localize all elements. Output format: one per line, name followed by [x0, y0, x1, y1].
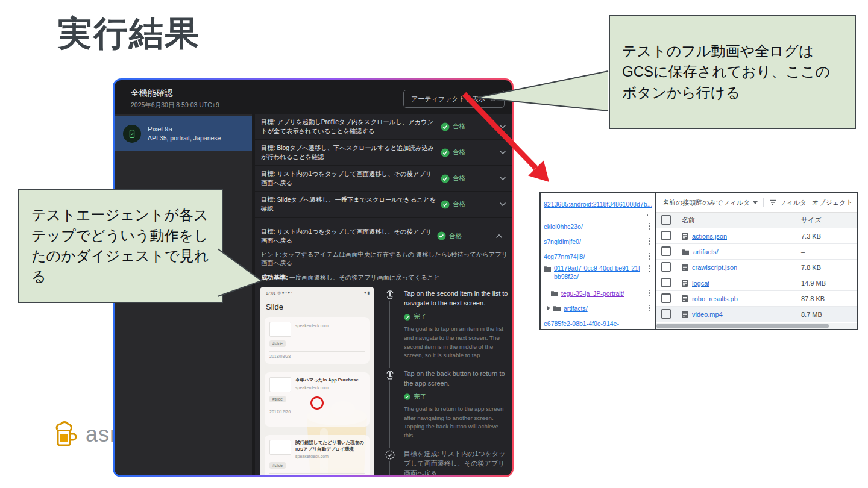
scrollbar-thumb[interactable] — [656, 324, 829, 328]
tree-link[interactable]: 01179ad7-0cc9-40cd-be91-21fbb98f2a/ — [554, 264, 644, 281]
tree-link[interactable]: eklol0hhc23o/ — [544, 223, 583, 230]
table-row: logcat 14.9 MB — [656, 275, 857, 291]
step-detail: The goal is to return to the app screen … — [404, 405, 508, 440]
show-artifacts-label: アーティファクトを表示 — [411, 95, 485, 104]
done-check-icon — [404, 393, 410, 400]
show-artifacts-button[interactable]: アーティファクトを表示 — [403, 90, 505, 108]
phone-status-bar: 17:01 ◎ ● ▫ ▾ · ▾ ▮ — [266, 290, 370, 295]
chevron-up-icon[interactable] — [492, 234, 506, 239]
table-row: actions.json 7.3 KB — [656, 228, 857, 244]
more-options-icon[interactable] — [647, 252, 653, 261]
horizontal-scrollbar[interactable] — [656, 323, 857, 329]
table-row: robo_results.pb 87.8 KB — [656, 291, 857, 307]
goal-row[interactable]: 目標:アプリを起動しProfileタブ内をスクロールし、アカウントが全て表示され… — [255, 114, 512, 139]
file-icon — [682, 233, 688, 240]
filter-prefix-dropdown[interactable]: 名前の接頭辞のみでフィルタ — [662, 198, 758, 207]
select-all-checkbox[interactable] — [661, 215, 671, 225]
step-title: Tap on the second item in the list to na… — [404, 289, 508, 308]
row-checkbox[interactable] — [661, 231, 671, 240]
tap-gesture-icon — [383, 288, 397, 301]
folder-icon — [551, 290, 558, 296]
status-badge: 合格 — [441, 174, 496, 183]
step-detail: The goal is to tap on an item in the lis… — [404, 325, 508, 360]
success-criteria-text: 一度画面遷移し、その後アプリ画面に戻ってくること — [289, 274, 440, 281]
brand-logo: asn — [52, 421, 122, 448]
callout-digest-note: テストエージェントが各ステップでどういう動作をしたのかダイジェストで見れる — [18, 189, 223, 303]
row-checkbox[interactable] — [661, 262, 671, 272]
tap-gesture-icon — [383, 368, 397, 381]
object-link[interactable]: artifacts/ — [693, 248, 719, 255]
tree-link[interactable]: 9213685:android:2118f34861008d7b... — [544, 201, 652, 208]
object-link[interactable]: logcat — [692, 280, 709, 287]
card-site: speakerdeck.com — [295, 324, 329, 328]
row-checkbox[interactable] — [661, 309, 671, 319]
chevron-down-icon[interactable] — [496, 150, 509, 155]
goal-text: Slideタブへ遷移し、一番下までスクロールできることを確認 — [261, 196, 436, 212]
red-arrow-head — [528, 161, 549, 182]
card-site: speakerdeck.com — [295, 454, 365, 458]
table-row: video.mp4 8.7 MB — [656, 307, 857, 322]
goal-row[interactable]: 目標:リスト内の1つをタップして画面遷移し、その後アプリ画面へ戻る 合格 — [255, 166, 512, 191]
table-row: crawlscript.json 7.8 KB — [656, 260, 857, 275]
status-label: 合格 — [453, 122, 465, 131]
filter-prefix-label: 名前の接頭辞のみでフィルタ — [662, 198, 750, 207]
tree-link[interactable]: artifacts/ — [564, 305, 588, 312]
device-screenshot: 17:01 ◎ ● ▫ ▾ · ▾ ▮ Slide speakerdeck.co… — [260, 287, 374, 475]
column-header-name: 名前 — [682, 216, 801, 225]
more-options-icon[interactable] — [647, 289, 653, 298]
card-title: 試行錯誤してたどり着いた現在のiOSアプリ自動デプロイ環境 — [295, 440, 365, 452]
row-checkbox[interactable] — [661, 246, 671, 256]
more-options-icon[interactable] — [647, 304, 653, 313]
test-suite-title: 全機能確認 — [131, 88, 173, 99]
folder-icon — [553, 305, 561, 311]
file-icon — [682, 280, 688, 287]
phone-screen-title: Slide — [266, 302, 283, 311]
goal-row[interactable]: 目標:Blogタブへ遷移し、下へスクロールすると追加読み込みが行われることを確認… — [255, 140, 512, 165]
more-options-icon[interactable] — [644, 211, 651, 219]
filter-button[interactable]: フィルタ — [769, 198, 807, 207]
tree-link[interactable]: tegu-35-ja_JP-portrait/ — [561, 290, 624, 297]
chevron-down-icon[interactable] — [496, 176, 509, 181]
success-criteria: 成功基準:一度画面遷移し、その後アプリ画面に戻ってくること — [261, 274, 508, 282]
status-badge: 合格 — [441, 148, 496, 157]
goal-row-expanded[interactable]: 目標:リスト内の1つをタップして画面遷移し、その後アプリ画面へ戻る 合格 — [261, 224, 508, 249]
done-check-icon — [404, 314, 410, 321]
card-tag: #slide — [269, 396, 286, 402]
goal-row[interactable]: 目標:Slideタブへ遷移し、一番下までスクロールできることを確認 合格 — [255, 192, 512, 217]
object-link[interactable]: robo_results.pb — [692, 295, 738, 302]
tree-link[interactable]: s7ngidlmjfe0/ — [544, 238, 581, 245]
timeline-step: Tap on the back button to return to the … — [383, 368, 508, 448]
tree-link[interactable]: e6785fe2-08b1-4f0e-914e- — [544, 320, 619, 327]
row-checkbox[interactable] — [661, 278, 671, 287]
object-link[interactable]: crawlscript.json — [692, 264, 737, 271]
timeline-step: Tap on the second item in the list to na… — [383, 288, 508, 368]
more-options-icon[interactable] — [647, 264, 653, 274]
tree-link[interactable]: 4cg77nm74jl8/ — [544, 253, 585, 260]
filter-list-icon — [769, 199, 776, 205]
status-badge: 合格 — [441, 200, 496, 209]
object-link[interactable]: video.mp4 — [692, 311, 723, 318]
chevron-down-icon[interactable] — [496, 124, 509, 129]
object-size: 87.8 KB — [801, 295, 857, 302]
object-link[interactable]: actions.json — [692, 233, 727, 240]
chevron-down-icon[interactable] — [496, 202, 509, 207]
expand-caret-icon[interactable] — [547, 306, 550, 310]
object-size: 7.8 KB — [801, 264, 857, 271]
status-label: 合格 — [453, 148, 465, 157]
sidebar-item-device[interactable]: Pixel 9a API 35, portrait, Japanese — [115, 116, 252, 151]
table-header-row: 名前 サイズ — [656, 213, 857, 228]
status-badge: 合格 — [437, 231, 492, 240]
step-status-label: 完了 — [414, 313, 426, 321]
more-options-icon[interactable] — [647, 237, 653, 246]
goal-prefix: 目標: — [261, 170, 275, 177]
goal-text: リスト内の1つをタップして画面遷移し、その後アプリ画面へ戻る — [261, 170, 432, 186]
more-options-icon[interactable] — [647, 222, 653, 231]
goal-text: アプリを起動しProfileタブ内をスクロールし、アカウントが全て表示されている… — [261, 119, 433, 134]
device-spec: API 35, portrait, Japanese — [148, 134, 221, 142]
test-run-timestamp: 2025年6月30日 8:59:03 UTC+9 — [131, 101, 219, 110]
gcs-bucket-tree: 9213685:android:2118f34861008d7b... eklo… — [541, 193, 656, 329]
step-status: 完了 — [404, 313, 508, 321]
goal-text: Blogタブへ遷移し、下へスクロールすると追加読み込みが行われることを確認 — [261, 145, 434, 160]
row-checkbox[interactable] — [661, 293, 671, 303]
phone-clock: 17:01 — [266, 291, 275, 295]
